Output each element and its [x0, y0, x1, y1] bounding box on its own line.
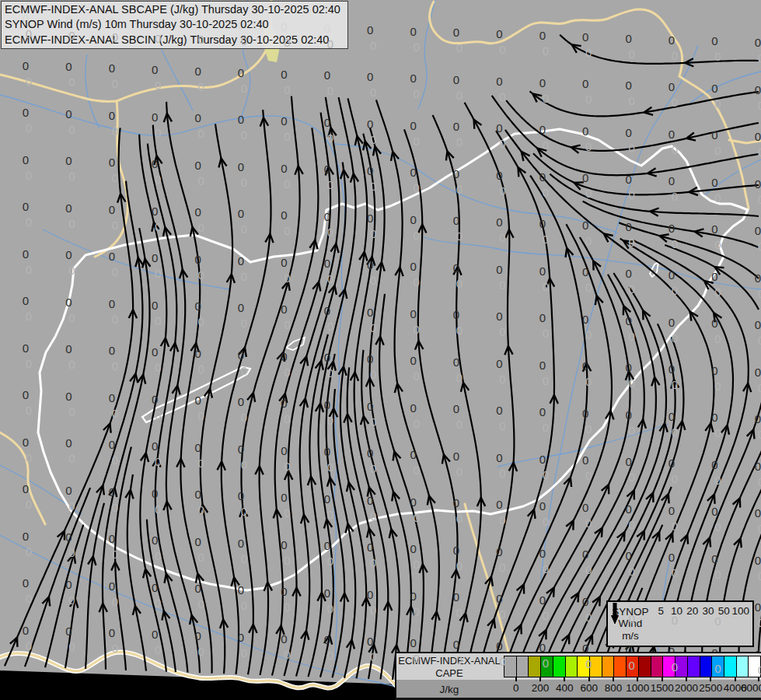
- sbcape-value: 0: [668, 33, 675, 47]
- wind-speed-value: 100: [731, 605, 749, 617]
- cape-tick-label: 6000: [741, 682, 761, 694]
- streamline: [285, 97, 340, 676]
- river: [541, 45, 698, 579]
- sbcape-value: 0: [410, 260, 416, 273]
- sbcape-value: 0: [668, 457, 675, 470]
- sbcape-value: 0: [281, 303, 287, 316]
- sbcape-value: 0: [65, 342, 72, 355]
- sbcape-value: 0: [539, 264, 546, 278]
- sbcape-value: 0: [109, 297, 115, 310]
- title-wind: SYNOP Wind (m/s) 10m Thursday 30-10-2025…: [5, 17, 347, 32]
- cape-tick-mark: [637, 677, 638, 681]
- sbcape-value: 0: [410, 166, 416, 179]
- sbcape-value: 0: [625, 32, 631, 45]
- down-arrow-icon: [608, 602, 622, 625]
- weather-map-screenshot: 0000000000000000000000000000000000000000…: [0, 0, 761, 700]
- wind-speed-item: 100: [731, 604, 749, 645]
- sbcape-value: 0: [65, 625, 72, 638]
- sbcape-value: 0: [194, 535, 201, 548]
- sbcape-value: 0: [324, 68, 330, 82]
- cape-swatch: [566, 656, 578, 677]
- streamline: [25, 488, 90, 667]
- sbcape-value: 0: [410, 636, 416, 649]
- title-sbcape: ECMWF-INDEX-ANAL SBCAPE (J/kg) Thursday …: [5, 2, 347, 17]
- sbcape-value: 0: [582, 359, 588, 373]
- cape-swatch: [724, 656, 737, 677]
- cape-swatch: [663, 656, 675, 677]
- cape-swatch: [541, 656, 553, 677]
- cape-swatch: [590, 656, 602, 677]
- sbcape-value: 0: [194, 441, 201, 454]
- sbcape-value: 0: [367, 212, 373, 225]
- sbcape-value: 0: [194, 111, 201, 124]
- sbcape-value: 0: [625, 267, 631, 280]
- sbcape-value: 0: [453, 26, 459, 39]
- sbcape-value: 0: [582, 501, 588, 514]
- sbcape-value: 0: [324, 633, 330, 646]
- sbcape-value: 0: [152, 487, 158, 500]
- sbcape-value: 0: [496, 639, 502, 653]
- sbcape-value: 0: [453, 261, 459, 275]
- sbcape-value: 0: [539, 76, 546, 89]
- river: [159, 45, 193, 110]
- sbcape-value: 0: [152, 205, 158, 218]
- sbcape-value: 0: [194, 629, 201, 642]
- sbcape-value: 0: [238, 443, 244, 456]
- sbcape-value: 0: [281, 68, 287, 81]
- sbcape-value: 0: [410, 119, 416, 132]
- sbcape-value: 0: [539, 170, 546, 184]
- sbcape-value: 0: [755, 600, 761, 614]
- country-border: [0, 75, 117, 101]
- sbcape-value: 0: [367, 541, 373, 554]
- streamline: [166, 102, 212, 674]
- sbcape-value: 0: [152, 534, 158, 547]
- sbcape-value: 0: [496, 215, 502, 229]
- sbcape-value: 0: [23, 341, 29, 355]
- sbcape-value: 0: [539, 29, 546, 42]
- sbcape-value: 0: [367, 588, 373, 601]
- sbcape-value: 0: [496, 27, 502, 40]
- sbcape-value: 0: [625, 455, 631, 468]
- sbcape-value: 0: [281, 585, 287, 598]
- sbcape-value: 0: [668, 316, 675, 329]
- cape-swatch: [504, 656, 517, 677]
- streamline: [560, 35, 759, 64]
- streamline: [501, 224, 613, 684]
- sbcape-value: 0: [453, 590, 459, 604]
- sbcape-value: 0: [668, 504, 675, 517]
- sbcape-value: 0: [625, 502, 631, 516]
- sbcape-value: 0: [367, 258, 373, 271]
- sbcape-value: 0: [711, 82, 717, 95]
- sbcape-value: 0: [281, 114, 287, 128]
- cape-tick-mark: [710, 677, 711, 681]
- sbcape-value: 0: [367, 446, 373, 460]
- sbcape-value: 0: [23, 294, 29, 307]
- sbcape-value: 0: [453, 544, 459, 557]
- sbcape-value: 0: [152, 628, 158, 641]
- sbcape-value: 0: [711, 222, 717, 236]
- sbcape-value: 0: [238, 113, 244, 126]
- sbcape-value: 0: [324, 492, 330, 506]
- sbcape-value: 0: [711, 411, 717, 424]
- sbcape-value: 0: [152, 251, 158, 264]
- streamline: [370, 128, 411, 680]
- sbcape-value: 0: [582, 124, 588, 138]
- sbcape-value: 0: [281, 256, 287, 269]
- sbcape-value: 0: [668, 174, 675, 187]
- sbcape-value: 0: [152, 393, 158, 406]
- sbcape-value: 0: [109, 109, 115, 122]
- sbcape-value: 0: [367, 70, 373, 83]
- cape-swatch: [712, 656, 724, 677]
- sbcape-value: 0: [152, 63, 158, 76]
- sbcape-value: 0: [668, 222, 675, 235]
- sbcape-value: 0: [755, 36, 761, 49]
- sbcape-value: 0: [324, 445, 330, 458]
- sbcape-value: 0: [109, 391, 115, 404]
- sbcape-value: 0: [582, 219, 588, 232]
- sbcape-value: 0: [668, 268, 675, 282]
- sbcape-value: 0: [496, 404, 502, 417]
- sbcape-value: 0: [625, 314, 631, 327]
- sbcape-value: 0: [668, 362, 675, 376]
- sbcape-value: 0: [194, 582, 201, 595]
- wind-speed-value: 10: [671, 605, 682, 617]
